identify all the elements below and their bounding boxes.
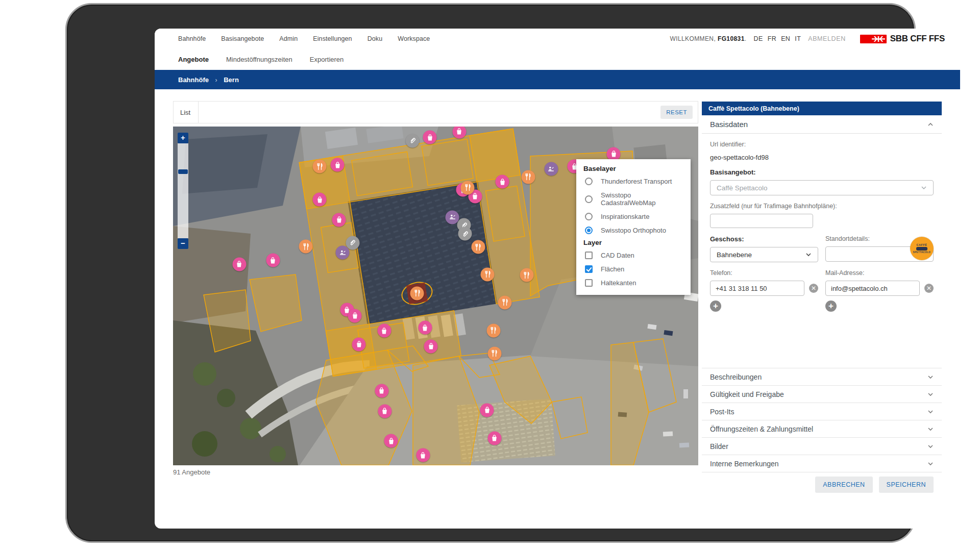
map-marker-service[interactable] (544, 162, 558, 176)
nav-item-einstellungen[interactable]: Einstellungen (313, 35, 352, 42)
zoom-slider-handle[interactable] (178, 169, 188, 174)
basisangebot-select[interactable]: Caffè Spettacolo (710, 180, 934, 195)
map-marker-food[interactable] (520, 268, 533, 282)
nav-item-bahnh-fe[interactable]: Bahnhöfe (178, 35, 206, 42)
chevron-down-icon (927, 426, 934, 432)
primary-nav: BahnhöfeBasisangeboteAdminEinstellungenD… (155, 29, 960, 49)
nav-item-workspace[interactable]: Workspace (398, 35, 430, 42)
results-count: 91 Angebote (173, 468, 210, 476)
radio-icon (585, 178, 593, 185)
chevron-down-icon (927, 391, 934, 397)
section-basisdaten[interactable]: Basisdaten (702, 115, 942, 134)
lang-de[interactable]: DE (753, 35, 763, 42)
map-marker-food[interactable] (498, 295, 512, 309)
map-marker-food[interactable] (486, 323, 500, 337)
geschoss-select[interactable]: Bahnebene (710, 247, 818, 262)
zoom-out-button[interactable]: − (178, 238, 188, 249)
map-marker-shop[interactable] (418, 321, 432, 335)
map-marker-food[interactable] (299, 240, 313, 254)
map-marker-shop[interactable] (232, 257, 246, 271)
layer-options: CAD DatenFlächenHaltekanten (576, 248, 691, 290)
map-marker-shop[interactable] (377, 324, 391, 338)
lang-en[interactable]: EN (781, 35, 790, 42)
section-ffnungszeiten-zahlungsmittel[interactable]: Öffnungszeiten & Zahlungsmittel (702, 420, 942, 437)
section-g-ltigkeit-und-freigabe[interactable]: Gültigkeit und Freigabe (702, 385, 942, 403)
map-marker-food-selected[interactable] (410, 286, 424, 300)
map-marker-shop[interactable] (452, 127, 466, 138)
clear-telefon-icon[interactable]: ✕ (809, 284, 818, 293)
map-marker-shop[interactable] (348, 309, 362, 322)
section-beschreibungen[interactable]: Beschreibungen (702, 368, 942, 385)
zoom-slider-track[interactable] (178, 143, 188, 238)
map-marker-shop[interactable] (352, 337, 366, 351)
lang-it[interactable]: IT (795, 35, 801, 42)
shopping-bag-icon (387, 437, 395, 445)
map-marker-food[interactable] (521, 170, 535, 184)
map-toolbar: List RESET (173, 101, 698, 123)
add-telefon-button[interactable]: + (710, 300, 721, 312)
zusatzfeld-label: Zusatzfeld (nur für Trafimage Bahnhofplä… (710, 203, 934, 210)
add-mail-button[interactable]: + (825, 300, 837, 312)
baselayer-option-swisstopo-orthophoto[interactable]: Swisstopo Orthophoto (576, 223, 691, 237)
tablet-device-frame: BahnhöfeBasisangeboteAdminEinstellungenD… (65, 3, 916, 543)
layer-option-fl-chen[interactable]: Flächen (576, 262, 691, 276)
map-canvas[interactable]: + − Baselayer Thunderforest TransportSwi… (173, 127, 698, 465)
map-marker-food[interactable] (313, 160, 327, 173)
shopping-bag-icon (427, 342, 435, 350)
baselayer-option-inspirationskarte[interactable]: Inspirationskarte (576, 210, 691, 223)
list-tab[interactable]: List (174, 102, 199, 123)
subnav-item-exportieren[interactable]: Exportieren (310, 56, 344, 63)
lang-fr[interactable]: FR (768, 35, 776, 42)
map-marker-shop[interactable] (313, 193, 327, 207)
map-marker-shop[interactable] (423, 131, 437, 144)
section-post-its[interactable]: Post-Its (702, 403, 942, 420)
section-bilder[interactable]: Bilder (702, 437, 942, 455)
telefon-input[interactable] (710, 281, 804, 296)
logout-link[interactable]: ABMELDEN (808, 35, 846, 42)
subnav-item-angebote[interactable]: Angebote (178, 56, 209, 63)
clear-mail-icon[interactable]: ✕ (924, 284, 934, 293)
shopping-bag-icon (333, 161, 341, 169)
layer-option-label: Flächen (601, 265, 624, 273)
map-marker-shop[interactable] (487, 431, 501, 445)
baselayer-option-label: Thunderforest Transport (601, 178, 672, 185)
map-marker-shop[interactable] (480, 403, 494, 417)
map-marker-shop[interactable] (332, 213, 346, 227)
layer-option-haltekanten[interactable]: Haltekanten (576, 276, 691, 290)
map-marker-shop[interactable] (375, 384, 388, 397)
breadcrumb: Bahnhöfe › Bern (178, 76, 239, 84)
map-marker-shop[interactable] (331, 158, 345, 172)
save-button[interactable]: SPEICHERN (879, 477, 934, 493)
map-marker-shop[interactable] (496, 175, 509, 189)
breadcrumb-parent[interactable]: Bahnhöfe (178, 76, 209, 84)
map-marker-food[interactable] (487, 346, 501, 360)
baselayer-option-thunderforest-transport[interactable]: Thunderforest Transport (576, 174, 691, 188)
map-marker-shop[interactable] (416, 448, 430, 462)
map-marker-shop[interactable] (384, 434, 398, 448)
section-interne-bemerkungen[interactable]: Interne Bemerkungen (702, 455, 942, 472)
map-marker-shop[interactable] (266, 254, 280, 267)
restaurant-icon (474, 243, 482, 251)
map-marker-food[interactable] (481, 267, 495, 281)
zusatzfeld-input[interactable] (710, 214, 813, 228)
reset-button[interactable]: RESET (660, 106, 693, 119)
map-marker-shop[interactable] (378, 404, 391, 418)
mail-input[interactable] (825, 281, 920, 296)
map-marker-attachment[interactable] (458, 227, 472, 241)
subnav-item-mindest-ffnungszeiten[interactable]: Mindestöffnungszeiten (226, 56, 292, 63)
nav-item-doku[interactable]: Doku (368, 35, 383, 42)
map-marker-food[interactable] (461, 181, 475, 194)
map-marker-service[interactable] (336, 246, 350, 260)
baselayer-option-swisstopo-cadastralwebmap[interactable]: Swisstopo CadastralWebMap (576, 188, 691, 210)
checkbox-icon (585, 252, 593, 259)
layer-option-cad-daten[interactable]: CAD Daten (576, 248, 691, 262)
nav-item-admin[interactable]: Admin (279, 35, 298, 42)
map-marker-attachment[interactable] (406, 134, 420, 147)
cancel-button[interactable]: ABBRECHEN (815, 477, 872, 493)
zoom-in-button[interactable]: + (178, 133, 188, 143)
map-marker-food[interactable] (471, 240, 485, 254)
map-marker-service[interactable] (446, 210, 459, 224)
nav-item-basisangebote[interactable]: Basisangebote (221, 35, 264, 42)
restaurant-icon (501, 298, 509, 307)
map-marker-shop[interactable] (424, 339, 438, 353)
